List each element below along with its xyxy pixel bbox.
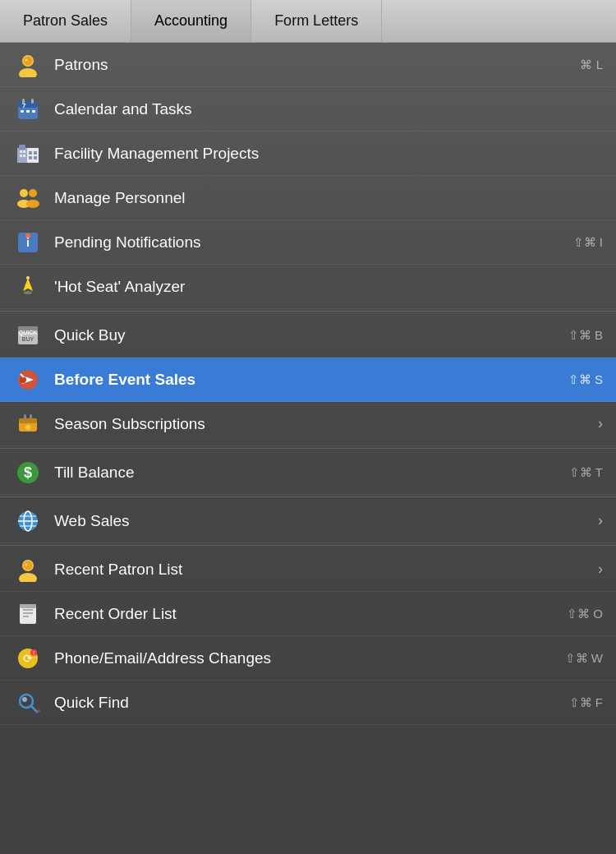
svg-text:QUICK: QUICK	[19, 330, 38, 336]
svg-point-44	[25, 425, 30, 430]
svg-rect-7	[31, 99, 34, 104]
menu-arrow-season-subscriptions: ›	[598, 415, 603, 432]
svg-rect-5	[18, 101, 38, 108]
menu-shortcut-patrons: ⌘ L	[580, 58, 603, 72]
menu-shortcut-quick-find: ⇧⌘ F	[569, 695, 603, 710]
svg-text:!: !	[33, 649, 34, 657]
quick-find-icon: +	[13, 688, 43, 718]
svg-line-68	[31, 706, 37, 712]
menu-label-web-sales: Web Sales	[54, 512, 588, 530]
svg-text:i: i	[26, 236, 30, 249]
menu-label-hot-seat: 'Hot Seat' Analyzer	[54, 278, 603, 296]
menu-item-calendar-tasks[interactable]: 7 Calendar and Tasks	[0, 87, 616, 132]
svg-point-3	[25, 58, 28, 61]
season-subscriptions-icon	[13, 409, 43, 439]
menu-item-hot-seat[interactable]: 'Hot Seat' Analyzer	[0, 265, 616, 309]
recent-order-list-icon	[13, 599, 43, 629]
tab-patron-sales[interactable]: Patron Sales	[0, 0, 131, 42]
svg-rect-23	[23, 155, 25, 157]
till-balance-icon: $	[13, 458, 43, 487]
phone-email-address-icon: ⟳ !	[13, 644, 43, 673]
svg-rect-9	[26, 110, 30, 113]
quick-buy-icon: QUICK BUY	[13, 321, 43, 350]
svg-rect-22	[20, 155, 22, 157]
tab-form-letters[interactable]: Form Letters	[251, 0, 382, 42]
menu-item-season-subscriptions[interactable]: Season Subscriptions›	[0, 402, 616, 446]
menu-label-pending-notifications: Pending Notifications	[54, 233, 563, 252]
svg-rect-14	[27, 148, 39, 163]
svg-point-69	[22, 697, 27, 702]
manage-personnel-icon	[13, 183, 43, 213]
svg-text:7: 7	[22, 102, 26, 109]
hot-seat-icon	[13, 272, 43, 302]
svg-rect-45	[24, 414, 26, 420]
svg-rect-15	[19, 145, 25, 150]
separator-after-till-balance	[0, 496, 616, 497]
svg-rect-21	[23, 150, 25, 153]
svg-rect-17	[34, 151, 37, 155]
svg-point-55	[19, 573, 37, 582]
menu-item-quick-buy[interactable]: QUICK BUY Quick Buy⇧⌘ B	[0, 313, 616, 358]
menu-shortcut-pending-notifications: ⇧⌘ I	[573, 235, 603, 250]
svg-text:BUY: BUY	[22, 336, 34, 342]
menu-label-recent-order-list: Recent Order List	[54, 605, 557, 623]
calendar-tasks-icon: 7	[13, 95, 43, 124]
menu-label-recent-patron-list: Recent Patron List	[54, 561, 588, 579]
svg-text:$: $	[24, 464, 32, 481]
svg-text:+: +	[37, 706, 40, 715]
svg-point-26	[29, 189, 37, 197]
menu-item-pending-notifications[interactable]: i Pending Notifications⇧⌘ I	[0, 220, 616, 265]
menu-arrow-recent-patron-list: ›	[598, 561, 603, 578]
menu-shortcut-till-balance: ⇧⌘ T	[569, 465, 603, 480]
menu-item-facility-management[interactable]: Facility Management Projects	[0, 132, 616, 176]
menu-label-calendar-tasks: Calendar and Tasks	[54, 100, 603, 118]
web-sales-icon	[13, 506, 43, 536]
menu-label-season-subscriptions: Season Subscriptions	[54, 415, 588, 433]
patrons-icon	[13, 50, 43, 80]
recent-patron-list-icon	[13, 555, 43, 584]
menu-label-quick-buy: Quick Buy	[54, 326, 559, 344]
menu-label-before-event-sales: Before Event Sales	[54, 371, 559, 389]
menu-item-recent-order-list[interactable]: Recent Order List⇧⌘ O	[0, 592, 616, 636]
menu-label-patrons: Patrons	[54, 56, 570, 74]
svg-rect-62	[20, 604, 36, 608]
menu-item-web-sales[interactable]: Web Sales›	[0, 499, 616, 543]
menu-label-facility-management: Facility Management Projects	[54, 145, 603, 163]
menu-shortcut-phone-email-address: ⇧⌘ W	[565, 651, 603, 666]
before-event-sales-icon	[13, 365, 43, 395]
svg-point-56	[24, 561, 33, 570]
pending-notifications-icon: i	[13, 228, 43, 257]
menu-item-recent-patron-list[interactable]: Recent Patron List›	[0, 547, 616, 592]
svg-rect-20	[20, 150, 22, 153]
separator-after-season-subscriptions	[0, 448, 616, 449]
menu-shortcut-quick-buy: ⇧⌘ B	[568, 328, 603, 343]
svg-rect-10	[32, 110, 35, 113]
tab-bar: Patron SalesAccountingForm Letters	[0, 0, 616, 43]
tab-accounting[interactable]: Accounting	[131, 0, 251, 42]
svg-rect-8	[21, 110, 24, 113]
separator-after-hot-seat	[0, 311, 616, 312]
menu-container: Patrons⌘ L 7 Calendar and Tasks	[0, 43, 616, 854]
menu-shortcut-recent-order-list: ⇧⌘ O	[567, 607, 603, 621]
menu-item-before-event-sales[interactable]: Before Event Sales⇧⌘ S	[0, 358, 616, 402]
separator-after-web-sales	[0, 545, 616, 546]
svg-point-1	[19, 68, 37, 77]
svg-point-24	[20, 189, 28, 197]
svg-marker-32	[23, 278, 33, 291]
menu-item-phone-email-address[interactable]: ⟳ ! Phone/Email/Address Changes⇧⌘ W	[0, 636, 616, 681]
menu-shortcut-before-event-sales: ⇧⌘ S	[568, 372, 603, 387]
menu-item-quick-find[interactable]: + Quick Find⇧⌘ F	[0, 681, 616, 725]
svg-rect-43	[19, 418, 37, 423]
svg-rect-46	[30, 414, 32, 420]
menu-arrow-web-sales: ›	[598, 512, 603, 529]
menu-label-phone-email-address: Phone/Email/Address Changes	[54, 649, 555, 667]
svg-rect-16	[29, 151, 32, 155]
menu-label-manage-personnel: Manage Personnel	[54, 189, 603, 207]
menu-item-patrons[interactable]: Patrons⌘ L	[0, 43, 616, 87]
menu-item-manage-personnel[interactable]: Manage Personnel	[0, 176, 616, 220]
svg-point-2	[24, 56, 33, 65]
svg-rect-19	[34, 156, 37, 159]
menu-item-till-balance[interactable]: $ Till Balance⇧⌘ T	[0, 450, 616, 495]
svg-rect-18	[29, 156, 32, 159]
facility-management-icon	[13, 139, 43, 168]
